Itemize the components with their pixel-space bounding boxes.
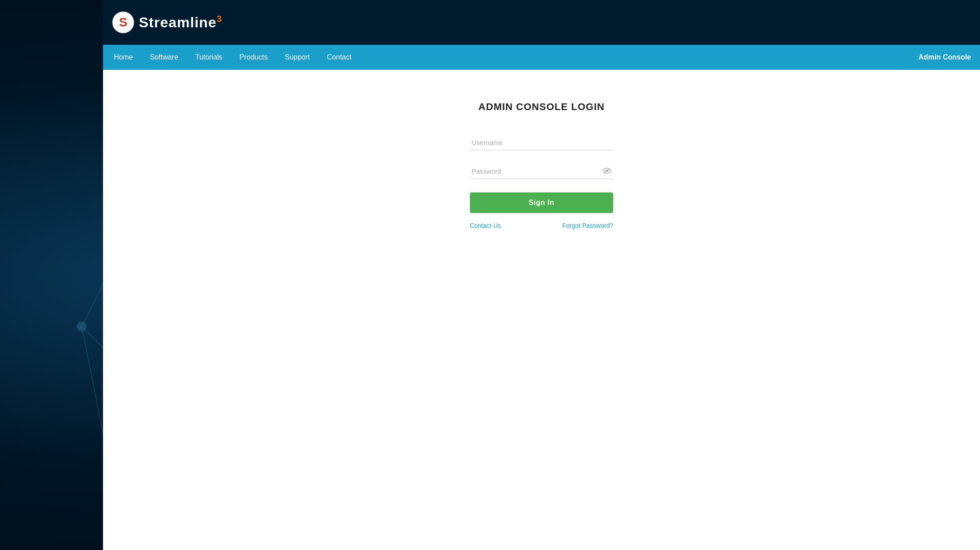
login-card: ADMIN CONSOLE LOGIN [470, 88, 613, 229]
password-input[interactable] [470, 164, 613, 179]
login-title: ADMIN CONSOLE LOGIN [478, 101, 605, 113]
username-group [470, 135, 613, 150]
content-area: ADMIN CONSOLE LOGIN [103, 70, 980, 550]
logo-text: Streamline3 [139, 14, 222, 31]
forgot-password-link[interactable]: Forgot Password? [562, 222, 613, 229]
admin-console-link[interactable]: Admin Console [919, 53, 971, 61]
nav-links: Home Software Tutorials Products Support… [112, 51, 919, 64]
logo-icon: S [112, 11, 134, 34]
logo-superscript: 3 [217, 14, 222, 24]
nav-contact[interactable]: Contact [325, 51, 353, 64]
logo-title: Streamline [139, 14, 217, 30]
svg-text:S: S [119, 15, 128, 29]
nav-software[interactable]: Software [148, 51, 180, 64]
password-wrapper [470, 164, 613, 179]
logo-container: S Streamline3 [112, 11, 222, 34]
password-group [470, 164, 613, 179]
nav-support[interactable]: Support [283, 51, 312, 64]
password-toggle-icon[interactable] [602, 167, 611, 176]
sign-in-button[interactable]: Sign In [470, 192, 613, 213]
navbar: Home Software Tutorials Products Support… [103, 45, 980, 70]
svg-point-18 [77, 321, 86, 331]
login-links: Contact Us Forgot Password? [470, 222, 613, 229]
contact-us-link[interactable]: Contact Us [470, 222, 501, 229]
nav-tutorials[interactable]: Tutorials [193, 51, 224, 64]
nav-home[interactable]: Home [112, 51, 135, 64]
main-wrapper: S Streamline3 Home Software Tutorials Pr… [103, 0, 980, 550]
username-input[interactable] [470, 135, 613, 150]
nav-products[interactable]: Products [238, 51, 270, 64]
logo-bar: S Streamline3 [103, 0, 980, 45]
